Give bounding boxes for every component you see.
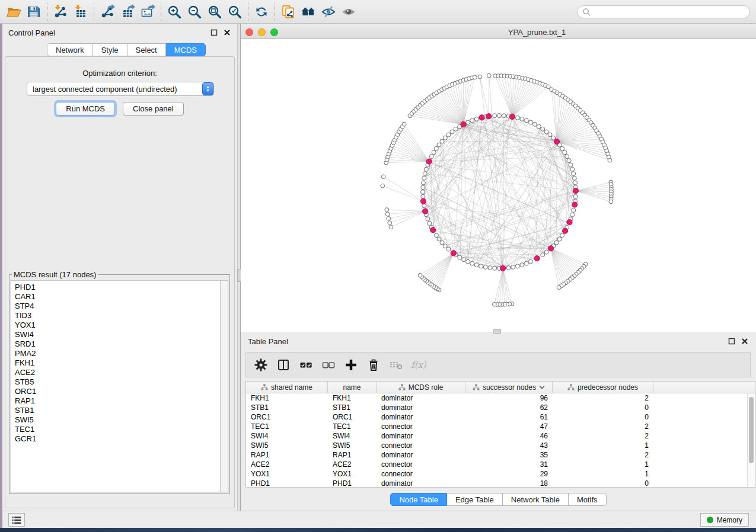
network-node[interactable] [515, 116, 519, 120]
network-node[interactable] [443, 244, 447, 248]
network-node[interactable] [544, 130, 548, 134]
hide-selected-button[interactable] [318, 2, 339, 21]
network-node[interactable] [470, 261, 474, 265]
network-node[interactable] [470, 118, 474, 123]
search-box[interactable] [577, 5, 750, 18]
network-hub-node[interactable] [486, 114, 492, 119]
mcds-result-item[interactable]: YOX1 [15, 321, 220, 330]
mcds-result-item[interactable]: STP4 [15, 302, 220, 311]
table-scrollbar[interactable] [747, 393, 755, 487]
import-table-button[interactable] [71, 2, 91, 21]
network-node[interactable] [560, 146, 564, 150]
network-node[interactable] [473, 75, 477, 79]
network-node[interactable] [474, 117, 479, 121]
network-node[interactable] [462, 258, 466, 262]
network-node[interactable] [381, 175, 385, 179]
zoom-in-button[interactable] [164, 2, 184, 21]
refresh-layout-button[interactable] [251, 2, 272, 21]
home-button[interactable] [298, 2, 318, 21]
network-node[interactable] [424, 167, 428, 171]
tab-mcds[interactable]: MCDS [166, 43, 206, 56]
column-header-MCDS-role[interactable]: MCDS role [377, 382, 465, 393]
network-node[interactable] [432, 150, 436, 155]
network-node[interactable] [434, 146, 438, 150]
float-panel-icon[interactable] [728, 337, 736, 345]
network-node[interactable] [554, 241, 559, 245]
network-node[interactable] [567, 159, 571, 163]
network-node[interactable] [474, 263, 479, 267]
table-row-RAP1[interactable]: RAP1RAP1dominator352 [246, 450, 747, 460]
mcds-result-item[interactable]: ORC1 [15, 387, 220, 396]
network-node[interactable] [421, 190, 425, 194]
open-file-button[interactable] [4, 2, 24, 21]
network-node[interactable] [422, 204, 426, 208]
network-node[interactable] [388, 221, 392, 225]
network-node[interactable] [387, 216, 391, 220]
horizontal-splitter-handle[interactable] [493, 329, 501, 334]
save-session-button[interactable] [24, 2, 44, 21]
import-network-button[interactable] [50, 2, 71, 21]
network-hub-node[interactable] [554, 139, 559, 144]
network-node[interactable] [565, 155, 569, 159]
network-node[interactable] [385, 208, 389, 212]
network-node[interactable] [492, 302, 496, 306]
select-all-button[interactable] [296, 355, 316, 375]
network-node[interactable] [440, 139, 444, 143]
mcds-result-item[interactable]: FKH1 [15, 358, 220, 368]
column-header-predecessor-nodes[interactable]: predecessor nodes [553, 382, 653, 393]
network-hub-node[interactable] [567, 219, 572, 225]
network-hub-node[interactable] [423, 209, 428, 214]
network-node[interactable] [434, 233, 438, 238]
network-node[interactable] [520, 263, 524, 267]
network-node[interactable] [423, 172, 427, 176]
tab-select[interactable]: Select [127, 43, 166, 56]
first-neighbors-button[interactable] [278, 2, 298, 21]
network-node[interactable] [570, 213, 575, 217]
delete-row-button[interactable] [363, 355, 384, 375]
mcds-result-item[interactable]: SWI5 [15, 415, 220, 425]
network-node[interactable] [528, 120, 532, 124]
network-node[interactable] [446, 133, 451, 137]
network-hub-node[interactable] [534, 256, 540, 261]
mcds-result-item[interactable]: ACE2 [15, 368, 220, 377]
deselect-all-button[interactable] [318, 355, 339, 375]
zoom-fit-button[interactable] [205, 2, 225, 21]
table-row-PHD1[interactable]: PHD1PHD1dominator180 [246, 479, 747, 487]
network-node[interactable] [422, 176, 426, 180]
network-node[interactable] [520, 117, 524, 121]
zoom-selected-button[interactable] [225, 2, 245, 21]
network-node[interactable] [515, 264, 519, 268]
network-node[interactable] [454, 127, 458, 131]
network-node[interactable] [466, 259, 470, 264]
tab-network[interactable]: Network [47, 43, 93, 56]
network-node[interactable] [478, 75, 482, 79]
tab-network-table[interactable]: Network Table [503, 493, 569, 506]
add-row-button[interactable] [341, 355, 361, 375]
column-header-shared-name[interactable]: shared name [246, 382, 328, 393]
column-header-successor-nodes[interactable]: successor nodes [465, 382, 553, 393]
zoom-out-button[interactable] [184, 2, 205, 21]
network-canvas[interactable] [241, 39, 756, 332]
network-hub-node[interactable] [479, 115, 484, 120]
network-node[interactable] [437, 143, 441, 147]
table-row-FKH1[interactable]: FKH1FKH1dominator962 [246, 393, 747, 403]
network-hub-node[interactable] [500, 265, 505, 271]
network-hub-node[interactable] [420, 198, 426, 204]
mcds-result-item[interactable]: GCR1 [15, 434, 220, 444]
table-row-ORC1[interactable]: ORC1ORC1dominator610 [246, 412, 747, 422]
optimization-criterion-select[interactable]: largest connected component (undirected)… [27, 82, 214, 96]
network-node[interactable] [544, 250, 548, 254]
close-panel-button[interactable]: Close panel [123, 102, 184, 116]
network-node[interactable] [524, 261, 528, 265]
network-node[interactable] [557, 237, 562, 241]
network-node[interactable] [493, 114, 497, 118]
network-node[interactable] [479, 264, 483, 268]
table-row-STB1[interactable]: STB1STB1dominator620 [246, 403, 747, 412]
network-node[interactable] [541, 127, 545, 131]
network-node[interactable] [429, 155, 433, 159]
network-node[interactable] [385, 212, 390, 216]
table-row-SWI5[interactable]: SWI5SWI5connector431 [246, 441, 747, 450]
search-input[interactable] [591, 7, 745, 17]
show-columns-button[interactable] [273, 355, 294, 375]
network-window-titlebar[interactable]: YPA_prune.txt_1 [241, 26, 756, 39]
